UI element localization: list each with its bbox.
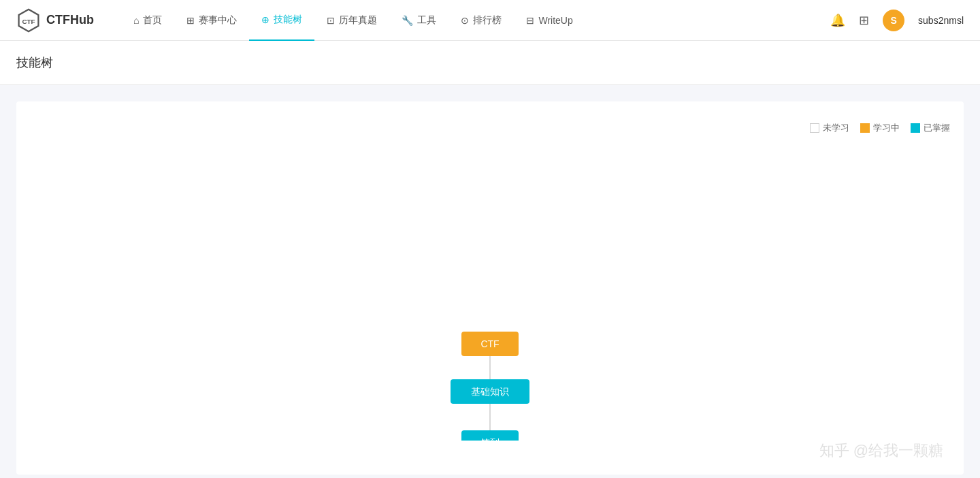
watermark: 知乎 @给我一颗糖 [819,441,943,461]
learning-box [860,123,870,133]
tools-icon: 🔧 [402,15,413,26]
svg-text:CTF: CTF [22,17,35,25]
nav-item-writeup[interactable]: ⊟ WriteUp [514,0,585,41]
page-title: 技能树 [16,54,964,71]
avatar[interactable]: S [883,10,904,31]
nav-item-past-exams[interactable]: ⊡ 历年真题 [314,0,389,41]
tree-svg: CTF 基础知识 签到 Web Pwn Reverse Crypto [184,148,796,441]
header-right: 🔔 ⊞ S subs2nmsl [830,10,964,31]
page-title-bar: 技能树 [0,41,980,85]
main-nav: ⌂ 首页 ⊞ 赛事中心 ⊕ 技能树 ⊡ 历年真题 🔧 工具 ⊙ 排行榜 ⊟ Wr… [121,0,830,41]
nav-label-past-exams: 历年真题 [339,14,377,27]
mastered-box [911,123,920,133]
tree-container: 未学习 学习中 已掌握 [16,101,964,475]
unlearned-label: 未学习 [823,122,849,134]
grid-icon[interactable]: ⊞ [859,13,869,28]
svg-text:CTF: CTF [480,338,499,349]
nav-item-skill-tree[interactable]: ⊕ 技能树 [249,0,314,41]
nav-item-tools[interactable]: 🔧 工具 [389,0,448,41]
past-exams-icon: ⊡ [327,15,335,26]
username[interactable]: subs2nmsl [918,15,964,26]
legend-mastered: 已掌握 [911,122,950,134]
svg-text:基础知识: 基础知识 [471,386,509,397]
main-content: 未学习 学习中 已掌握 [0,85,980,478]
legend-unlearned: 未学习 [810,122,849,134]
leaderboard-icon: ⊙ [461,15,469,26]
mastered-label: 已掌握 [924,122,950,134]
tree-svg-wrapper: CTF 基础知识 签到 Web Pwn Reverse Crypto [30,148,950,441]
legend-learning: 学习中 [860,122,900,134]
logo-icon: CTF [16,8,41,33]
unlearned-box [810,123,819,133]
writeup-icon: ⊟ [526,15,534,26]
nav-label-leaderboard: 排行榜 [473,14,502,27]
skill-tree-icon: ⊕ [261,14,270,25]
logo-area[interactable]: CTF CTFHub [16,8,94,33]
nav-label-skill-tree: 技能树 [274,14,302,26]
svg-text:签到: 签到 [480,437,500,441]
contest-icon: ⊞ [186,15,195,26]
logo-text: CTFHub [46,13,94,27]
home-icon: ⌂ [133,15,139,26]
nav-item-contest[interactable]: ⊞ 赛事中心 [174,0,249,41]
notification-icon[interactable]: 🔔 [830,13,845,28]
legend: 未学习 学习中 已掌握 [30,122,950,134]
nav-item-leaderboard[interactable]: ⊙ 排行榜 [448,0,514,41]
nav-label-home: 首页 [143,14,162,27]
nav-label-contest: 赛事中心 [199,14,237,27]
header: CTF CTFHub ⌂ 首页 ⊞ 赛事中心 ⊕ 技能树 ⊡ 历年真题 🔧 工具… [0,0,980,41]
nav-label-writeup: WriteUp [538,15,572,26]
learning-label: 学习中 [873,122,900,134]
nav-item-home[interactable]: ⌂ 首页 [121,0,174,41]
nav-label-tools: 工具 [417,14,436,27]
